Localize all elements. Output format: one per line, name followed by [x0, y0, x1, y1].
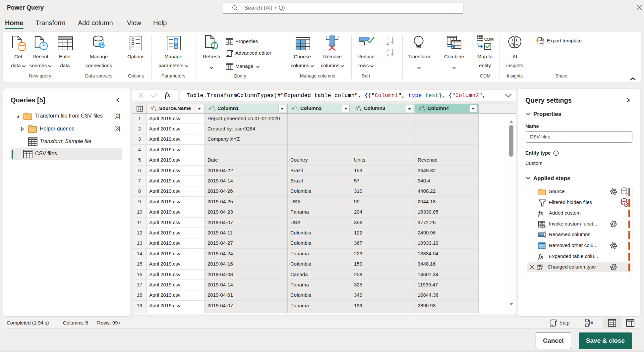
svg-text:C: C	[155, 108, 158, 112]
svg-text:A: A	[209, 107, 211, 111]
svg-text:fx: fx	[542, 224, 546, 228]
svg-text:A: A	[386, 36, 389, 41]
svg-text:A: A	[150, 107, 153, 111]
svg-text:Z: Z	[386, 41, 389, 45]
svg-text:C: C	[360, 108, 363, 112]
svg-text:CDM: CDM	[484, 37, 494, 42]
svg-text:A: A	[355, 107, 358, 111]
svg-text:A: A	[419, 107, 422, 111]
svg-text:?: ?	[626, 192, 628, 196]
svg-text:C: C	[424, 108, 427, 112]
svg-text:Z: Z	[386, 48, 389, 53]
svg-text:C: C	[214, 108, 216, 112]
svg-text:A: A	[292, 107, 294, 111]
svg-text:A: A	[386, 53, 389, 57]
svg-text:C: C	[297, 108, 299, 112]
